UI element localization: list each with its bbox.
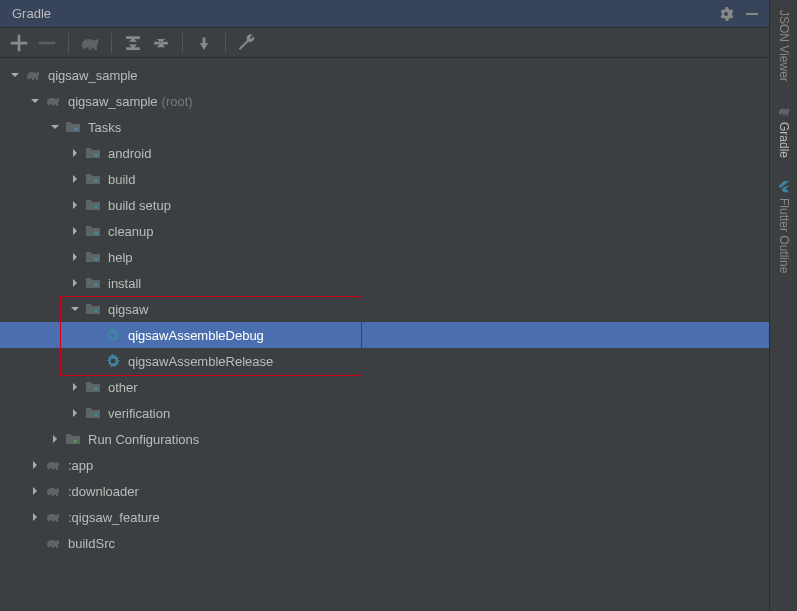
tree-node-label: qigsaw_sample	[48, 68, 138, 83]
tree-node-label: Tasks	[88, 120, 121, 135]
chevron-right-icon[interactable]	[68, 380, 82, 394]
tree-node-task-release[interactable]: qigsawAssembleRelease	[0, 348, 769, 374]
folder-icon	[84, 300, 102, 318]
chevron-down-icon[interactable]	[28, 94, 42, 108]
chevron-right-icon[interactable]	[68, 172, 82, 186]
tree-node-other[interactable]: other	[0, 374, 769, 400]
add-icon[interactable]	[8, 32, 30, 54]
tree-node-proj[interactable]: qigsaw_sample(root)	[0, 88, 769, 114]
chevron-right-icon[interactable]	[68, 146, 82, 160]
tree-node-label: qigsaw	[108, 302, 148, 317]
folder-icon	[64, 118, 82, 136]
svg-rect-0	[746, 13, 758, 15]
tree-node-app[interactable]: :app	[0, 452, 769, 478]
tree-node-label: :downloader	[68, 484, 139, 499]
folder-icon	[84, 404, 102, 422]
tree-node-label: build setup	[108, 198, 171, 213]
expand-all-icon[interactable]	[122, 32, 144, 54]
tree-node-downloader[interactable]: :downloader	[0, 478, 769, 504]
toggle-offline-icon[interactable]	[193, 32, 215, 54]
folder-run-icon	[64, 430, 82, 448]
chevron-right-icon[interactable]	[68, 224, 82, 238]
tree-node-buildsrc[interactable]: buildSrc	[0, 530, 769, 556]
tree-node-buildsetup[interactable]: build setup	[0, 192, 769, 218]
folder-icon	[84, 248, 102, 266]
minimize-icon[interactable]	[743, 5, 761, 23]
chevron-right-icon[interactable]	[68, 406, 82, 420]
svg-point-5	[94, 205, 98, 209]
task-icon	[104, 326, 122, 344]
tree-node-label: help	[108, 250, 133, 265]
panel-header: Gradle	[0, 0, 769, 28]
gradle-tree[interactable]: qigsaw_sampleqigsaw_sample(root)Tasksand…	[0, 58, 769, 611]
gear-icon[interactable]	[717, 5, 735, 23]
tree-node-verification[interactable]: verification	[0, 400, 769, 426]
chevron-right-icon[interactable]	[68, 198, 82, 212]
elephant-icon	[44, 456, 62, 474]
tree-node-label: qigsawAssembleDebug	[128, 328, 264, 343]
svg-point-3	[94, 153, 98, 157]
chevron-right-icon[interactable]	[28, 458, 42, 472]
tree-node-runconfig[interactable]: Run Configurations	[0, 426, 769, 452]
tree-node-install[interactable]: install	[0, 270, 769, 296]
chevron-down-icon[interactable]	[68, 302, 82, 316]
svg-point-4	[94, 179, 98, 183]
wrench-icon[interactable]	[236, 32, 258, 54]
tree-node-label: install	[108, 276, 141, 291]
tree-node-label: qigsaw_sample	[68, 94, 158, 109]
folder-icon	[84, 196, 102, 214]
remove-icon	[36, 32, 58, 54]
chevron-right-icon[interactable]	[48, 432, 62, 446]
task-icon	[104, 352, 122, 370]
svg-point-6	[94, 231, 98, 235]
chevron-down-icon[interactable]	[48, 120, 62, 134]
svg-point-10	[94, 387, 98, 391]
tree-node-label: verification	[108, 406, 170, 421]
header-actions	[717, 5, 761, 23]
tree-node-task-debug[interactable]: qigsawAssembleDebug	[0, 322, 769, 348]
tab-gradle[interactable]: Gradle	[775, 98, 793, 164]
chevron-right-icon[interactable]	[68, 250, 82, 264]
chevron-down-icon[interactable]	[8, 68, 22, 82]
side-tab-bar: JSON Viewer Gradle Flutter Outline	[769, 0, 797, 611]
tree-node-label: build	[108, 172, 135, 187]
chevron-right-icon[interactable]	[28, 484, 42, 498]
elephant-icon	[44, 92, 62, 110]
tree-node-cleanup[interactable]: cleanup	[0, 218, 769, 244]
tree-node-help[interactable]: help	[0, 244, 769, 270]
tree-node-tasks[interactable]: Tasks	[0, 114, 769, 140]
separator	[182, 33, 183, 53]
svg-rect-1	[39, 41, 56, 44]
chevron-right-icon[interactable]	[68, 276, 82, 290]
tree-node-build[interactable]: build	[0, 166, 769, 192]
separator	[225, 33, 226, 53]
collapse-all-icon[interactable]	[150, 32, 172, 54]
folder-icon	[84, 378, 102, 396]
folder-icon	[84, 274, 102, 292]
tree-node-feature[interactable]: :qigsaw_feature	[0, 504, 769, 530]
panel-title: Gradle	[8, 6, 51, 21]
separator	[68, 33, 69, 53]
elephant-refresh-icon[interactable]	[79, 32, 101, 54]
tab-flutter-outline[interactable]: Flutter Outline	[775, 174, 793, 279]
tree-node-label: Run Configurations	[88, 432, 199, 447]
tree-node-root[interactable]: qigsaw_sample	[0, 62, 769, 88]
tree-node-android[interactable]: android	[0, 140, 769, 166]
toolbar	[0, 28, 769, 58]
tree-node-label: :qigsaw_feature	[68, 510, 160, 525]
tab-json-viewer[interactable]: JSON Viewer	[775, 4, 793, 88]
elephant-icon	[24, 66, 42, 84]
elephant-icon	[44, 534, 62, 552]
folder-icon	[84, 170, 102, 188]
tree-node-suffix: (root)	[162, 94, 193, 109]
folder-icon	[84, 222, 102, 240]
svg-point-2	[74, 127, 78, 131]
elephant-icon	[44, 508, 62, 526]
tree-node-label: qigsawAssembleRelease	[128, 354, 273, 369]
tree-node-qigsaw[interactable]: qigsaw	[0, 296, 769, 322]
folder-icon	[84, 144, 102, 162]
separator	[111, 33, 112, 53]
tree-node-label: :app	[68, 458, 93, 473]
gradle-panel: Gradle qigsaw_sampleqigsaw_sample(root)T…	[0, 0, 769, 611]
chevron-right-icon[interactable]	[28, 510, 42, 524]
